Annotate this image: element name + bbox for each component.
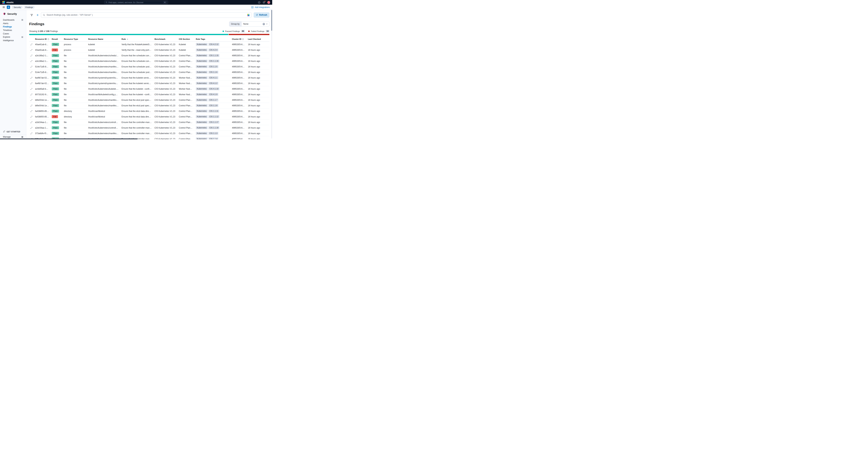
table-row: b6fe004d-1e34-... Pass file /hostfs/etc/… [29,103,270,109]
info-icon[interactable] [242,38,244,40]
expand-finding-button[interactable] [30,54,33,57]
col-rule[interactable]: Rule [120,37,153,42]
last-checked-cell: 16 hours ago [247,86,270,92]
col-cis-section[interactable]: CIS Section [178,37,194,42]
rule-tag-badge: Kubernetes [196,126,208,129]
clear-group-by-icon[interactable]: ✕ [262,23,265,25]
col-cluster-id[interactable]: Cluster ID [230,37,247,42]
sidebar-item-explore[interactable]: Explore [0,35,26,39]
elastic-assistant-icon[interactable] [247,14,250,16]
table-row: 40ae61ab-89cf-5... Pass process kubelet … [29,42,270,47]
resource-type-cell: file [62,92,87,97]
expand-finding-button[interactable] [30,77,33,79]
last-checked-cell: 16 hours ago [247,58,270,64]
expand-finding-button[interactable] [30,65,33,68]
resource-id-cell: a2dc54aa-1580-... [34,120,50,125]
sidebar-item-intelligence[interactable]: Intelligence [0,39,26,42]
user-avatar[interactable] [267,1,270,4]
expand-finding-button[interactable] [30,60,33,63]
expand-finding-button[interactable] [30,88,33,90]
col-benchmark[interactable]: Benchmark [153,37,178,42]
refresh-button[interactable]: Refresh [254,12,270,18]
group-by-select[interactable]: Group by None ✕ [229,21,270,27]
last-checked-cell: 16 hours ago [247,42,270,47]
breadcrumb-security[interactable]: Security [12,6,23,9]
col-rule-tags[interactable]: Rule Tags [194,37,230,42]
col-resource-type[interactable]: Resource Type [62,37,87,42]
col-resource-id[interactable]: Resource ID [34,37,50,42]
findings-search-input[interactable] [46,14,246,16]
cis-section-cell: Worker Node Confi... [178,75,194,81]
expand-finding-button[interactable] [30,49,33,52]
notifications-bell-icon[interactable] [262,1,265,4]
vertical-scrollbar-thumb[interactable] [271,10,272,31]
cis-section-cell: Kubelet [178,47,194,53]
rule-tag-badge: Kubernetes [196,93,208,96]
benchmark-cell: CIS Kubernetes V1.23 [153,53,178,58]
page-title: Findings [29,22,44,26]
sidebar-item-timelines[interactable]: Timelines [0,29,26,32]
info-icon[interactable] [48,38,49,40]
benchmark-cell: CIS Kubernetes V1.23 [153,131,178,136]
rule-tags-cell: KubernetesCIS 4.1.10 [194,86,230,92]
elastic-brand[interactable]: elastic [2,1,14,4]
cis-section-cell: Control Plane Node... [178,58,194,64]
sidebar-item-findings[interactable]: Findings [0,25,26,29]
rule-tag-badge: CIS 4.2.12 [208,43,219,46]
rule-cell: Ensure that the scheduler.conf file owne… [120,58,153,64]
rule-tags-cell: KubernetesCIS 1.1.11 [194,109,230,114]
deployment-badge[interactable]: D [7,5,10,9]
expand-finding-button[interactable] [30,110,33,113]
rule-tags-cell: KubernetesCIS 1.1.17 [194,120,230,125]
rule-cell: Ensure that the etcd pod specification f… [120,97,153,103]
global-search[interactable]: ⌘/ [104,1,168,4]
sidebar-item-dashboards[interactable]: Dashboards [0,18,26,22]
cis-section-cell: Control Plane Node... [178,97,194,103]
vertical-scrollbar[interactable] [271,10,272,139]
passed-segment[interactable] [29,34,228,35]
menu-hamburger-icon[interactable] [2,6,5,8]
expand-finding-button[interactable] [30,132,33,135]
horizontal-scrollbar-thumb[interactable] [0,139,137,139]
expand-finding-button[interactable] [30,71,33,74]
global-search-input[interactable] [108,1,162,3]
rule-tag-badge: Kubernetes [196,76,208,79]
expand-finding-button[interactable] [30,115,33,118]
add-filter-button[interactable] [35,12,40,18]
sidebar-item-cases[interactable]: Cases [0,32,26,35]
expand-finding-button[interactable] [30,99,33,101]
brand-name: elastic [6,1,14,4]
rule-cell: Ensure that the etcd pod specification f… [120,103,153,109]
col-resource-name[interactable]: Resource Name [87,37,120,42]
rule-tag-badge: CIS 4.1.9 [208,93,218,96]
failed-segment[interactable] [229,34,270,35]
rule-tag-badge: CIS 1.1.15 [208,54,219,57]
failed-count-badge: 18 [266,30,270,32]
col-last-checked[interactable]: Last Checked [247,37,270,42]
help-icon[interactable]: ? [258,1,260,4]
breadcrumb-findings[interactable]: Findings [24,6,35,9]
col-result[interactable]: Result [50,37,62,42]
table-row: fa438855-8561-... Pass directory /hostfs… [29,109,270,114]
get-started-button[interactable]: GET STARTED [0,129,26,134]
rule-tag-badge: CIS 1.1.4 [208,138,218,139]
expand-finding-button[interactable] [30,43,33,46]
benchmark-cell: CIS Kubernetes V1.23 [153,109,178,114]
add-integrations-button[interactable]: Add integrations [251,6,270,8]
expand-finding-button[interactable] [30,121,33,124]
expand-finding-button[interactable] [30,93,33,96]
sidebar-item-alerts[interactable]: Alerts [0,22,26,25]
cis-section-cell: Worker Node Confi... [178,92,194,97]
cluster-id-cell: 499533f3-6237-... [230,81,247,86]
expand-finding-button[interactable] [30,104,33,107]
resource-type-cell: file [62,86,87,92]
resource-id-cell: b6fe004d-1e34-... [34,97,50,103]
rule-tag-badge: CIS 1.1.3 [208,132,218,135]
filter-menu-button[interactable] [29,12,34,18]
pass-fail-distribution-bar[interactable] [29,34,270,35]
resource-type-cell: file [62,75,87,81]
expand-finding-button[interactable] [30,126,33,129]
findings-search-box[interactable] [41,12,252,18]
resource-id-cell: 6a4fb7ab-02e3-... [34,81,50,86]
expand-finding-button[interactable] [30,82,33,85]
